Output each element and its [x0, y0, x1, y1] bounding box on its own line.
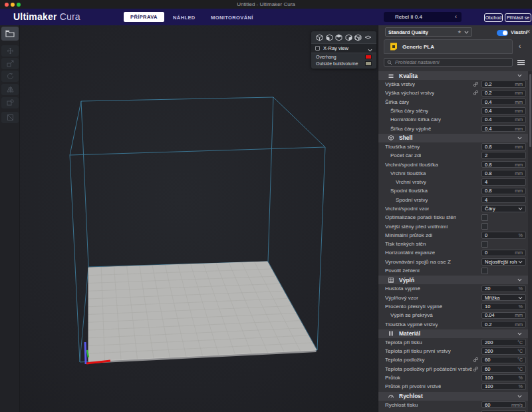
setting-row: Vrchní vrstvy4 [378, 178, 528, 186]
setting-label: Hustota výplně [385, 286, 420, 292]
per-model-settings-tool-button[interactable] [1, 97, 19, 108]
setting-value-box[interactable]: 200°C [481, 347, 526, 355]
setting-dropdown[interactable]: Čáry [481, 205, 526, 212]
3d-view-icon[interactable] [316, 34, 323, 41]
setting-unit: mm [515, 144, 523, 149]
setting-row: Hustota výplně20% [378, 284, 528, 293]
setting-value-box[interactable]: 0.4mm [481, 99, 526, 106]
search-settings-field[interactable]: Prohledat nastavení [384, 58, 513, 67]
extruder-material-bar[interactable]: Generic PLA [384, 39, 513, 54]
setting-unit: mm [515, 162, 523, 167]
setting-value-box[interactable]: 60mm/s [481, 401, 526, 409]
scrollbar-thumb[interactable] [529, 74, 531, 147]
setting-value-box[interactable]: 0.2mm [481, 321, 526, 328]
setting-label: Výplň se překrývá [390, 312, 433, 318]
right-view-icon[interactable] [354, 34, 362, 41]
collapse-panel-icon[interactable]: ‹ [519, 43, 521, 50]
setting-value-box[interactable]: 0.4mm [481, 116, 526, 124]
setting-row: Teplota podložky při počáteční vrstvě60°… [378, 365, 528, 373]
setting-label: Šířka čáry stěny [390, 108, 428, 114]
setting-value-box[interactable]: 0.4mm [481, 107, 526, 114]
section-header-kvalita[interactable]: Kvalita [378, 71, 528, 80]
setting-row: Vyrovnávání spojů na ose ZNejostřejší ro… [378, 258, 528, 266]
setting-value: 0.8 [485, 144, 515, 150]
tab-prepare[interactable]: PŘÍPRAVA [124, 12, 164, 22]
setting-label: Teplota při tisku [385, 339, 422, 345]
setting-value-box[interactable]: 2 [481, 152, 526, 159]
viewport-3d[interactable]: X-Ray view Overhang Outside buildvolume [20, 25, 378, 412]
setting-checkbox[interactable] [481, 241, 488, 248]
setting-value-box[interactable]: 100% [481, 374, 526, 381]
setting-value-box[interactable]: 0.8mm [481, 143, 526, 150]
setting-value-box[interactable]: 0.4mm [481, 125, 526, 132]
setting-dropdown[interactable]: Mřížka [481, 294, 526, 302]
support-blocker-tool-button[interactable] [1, 112, 19, 123]
rotate-tool-icon [7, 73, 14, 80]
setting-row: Šířka čáry stěny0.4mm [378, 106, 528, 115]
open-file-button[interactable] [1, 27, 19, 41]
chevron-icon: ‹ [455, 12, 457, 22]
window-title: Untitled - Ultimaker Cura [0, 0, 532, 9]
setting-value-box[interactable]: 0.2mm [481, 81, 526, 88]
setting-value-box[interactable]: 0.2mm [481, 90, 526, 97]
setting-value-box[interactable]: 10% [481, 303, 526, 310]
setting-value-box[interactable]: 20% [481, 286, 526, 293]
section-header-rychlost[interactable]: Rychlost [378, 392, 528, 401]
chevron-down-icon [518, 296, 523, 300]
section-header-vypln[interactable]: Výplň [378, 276, 528, 284]
setting-value-box[interactable]: 100% [481, 383, 526, 391]
section-header-material[interactable]: Materiál [378, 329, 528, 338]
setting-value-box[interactable]: 4 [481, 178, 526, 186]
setting-value-box[interactable]: 0% [481, 232, 526, 239]
setting-unit: mm [515, 250, 523, 255]
setting-value-box[interactable]: 0.8mm [481, 161, 526, 168]
move-tool-button[interactable] [1, 45, 19, 57]
setting-label: Výška výchozí vrstvy [385, 90, 434, 96]
setting-row: Tloušťka stěny0.8mm [378, 142, 528, 151]
profile-dropdown[interactable]: Standard Quality ★ [385, 27, 472, 37]
front-view-icon[interactable] [326, 34, 333, 41]
setting-row: Povolit žehlení [378, 266, 528, 275]
link-icon [473, 90, 479, 96]
scale-tool-button[interactable] [1, 58, 19, 69]
left-view-icon[interactable] [345, 34, 352, 41]
setting-row: Šířka čáry výplně0.4mm [378, 124, 528, 132]
setting-value: 0.4 [485, 99, 515, 105]
sign-in-button[interactable]: Přihlásit se [505, 13, 531, 22]
settings-scrollbar[interactable] [528, 71, 532, 412]
top-view-icon[interactable] [335, 34, 342, 41]
printer-selector[interactable]: Rebel II 0.4 ‹ [384, 12, 462, 22]
marketplace-button[interactable]: Obchod [484, 13, 503, 22]
setting-checkbox[interactable] [481, 223, 488, 230]
setting-value: 0.4 [485, 108, 515, 114]
setting-value-box[interactable]: 60°C [481, 365, 526, 373]
setting-value-box[interactable]: 0.8mm [481, 188, 526, 195]
mirror-tool-button[interactable] [1, 84, 19, 95]
chevron-down-icon [517, 332, 522, 335]
bottom-view-icon[interactable] [364, 34, 372, 41]
setting-label: Teplota podložky při počáteční vrstvě [385, 366, 472, 372]
setting-value-box[interactable]: 0.8mm [481, 170, 526, 177]
setting-value: 60 [485, 366, 517, 372]
tab-monitor[interactable]: MONITOROVÁNÍ [211, 15, 253, 21]
setting-value-box[interactable]: 0mm [481, 250, 526, 257]
setting-value-box[interactable]: 0.04mm [481, 312, 526, 319]
setting-unit: mm [515, 313, 523, 317]
custom-settings-toggle[interactable] [497, 30, 508, 36]
close-icon[interactable]: × [526, 27, 530, 35]
rotate-tool-button[interactable] [1, 71, 19, 82]
setting-value-box[interactable]: 4 [481, 196, 526, 204]
setting-dropdown[interactable]: Nejostřejší roh [481, 258, 526, 266]
setting-checkbox[interactable] [481, 214, 488, 221]
setting-row: Minimální průtok zdi0% [378, 231, 528, 240]
setting-row: Spodní tloušťka0.8mm [378, 186, 528, 195]
settings-menu-icon[interactable] [517, 60, 525, 66]
view-mode-dropdown[interactable]: X-Ray view [311, 43, 376, 53]
setting-checkbox[interactable] [481, 268, 488, 274]
section-header-shell[interactable]: Shell [378, 134, 528, 142]
app-header: Ultimaker Cura PŘÍPRAVA NÁHLED MONITOROV… [0, 9, 532, 25]
tab-preview[interactable]: NÁHLED [173, 15, 196, 21]
setting-value-box[interactable]: 60°C [481, 357, 526, 364]
setting-value-box[interactable]: 200°C [481, 339, 526, 346]
chevron-down-icon [517, 136, 522, 140]
